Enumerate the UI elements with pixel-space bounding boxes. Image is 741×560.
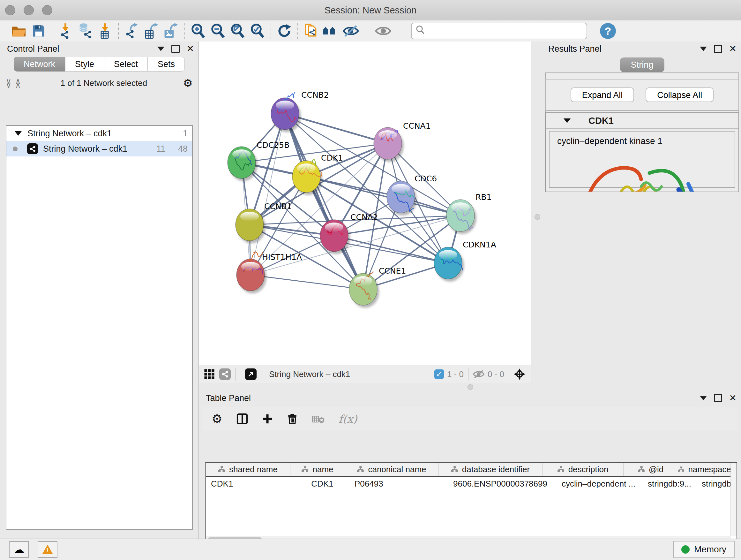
table-cell[interactable]: cyclin–dependent ... xyxy=(556,477,643,491)
birdseye-toggle-icon[interactable] xyxy=(514,368,526,380)
selected-checkbox-icon[interactable]: ✓ xyxy=(434,369,444,379)
grid-view-icon[interactable] xyxy=(204,369,215,380)
gene-name: CDK1 xyxy=(589,116,614,126)
refresh-layout-button[interactable] xyxy=(274,22,294,40)
network-row[interactable]: String Network – cdk1 11 48 xyxy=(6,141,192,157)
panel-menu-icon[interactable] xyxy=(157,47,164,51)
panel-menu-icon[interactable] xyxy=(700,47,707,51)
network-node-count: 11 xyxy=(156,144,165,154)
save-session-button[interactable] xyxy=(29,22,49,40)
export-image-button[interactable] xyxy=(161,22,181,40)
gene-detail-panel: cyclin–dependent kinase 1 xyxy=(549,131,735,188)
table-cell[interactable]: CDK1 xyxy=(206,477,295,491)
column-header[interactable]: namespace xyxy=(678,463,731,476)
tab-select[interactable]: Select xyxy=(104,57,148,71)
show-columns-icon[interactable] xyxy=(237,413,248,425)
show-all-button[interactable] xyxy=(374,22,393,40)
warnings-button[interactable] xyxy=(38,541,57,558)
memory-button[interactable]: Memory xyxy=(673,541,735,558)
collapse-all-networks-icon[interactable]: ∨∨ xyxy=(6,79,11,87)
import-table-button[interactable] xyxy=(95,22,115,40)
tab-network[interactable]: Network xyxy=(14,57,65,71)
network-edge[interactable] xyxy=(285,114,363,289)
network-collection-row[interactable]: String Network – cdk1 1 xyxy=(6,126,192,141)
network-node[interactable]: CCNA1 xyxy=(374,121,431,162)
help-button[interactable]: ? xyxy=(600,23,616,39)
close-panel-icon[interactable]: ✕ xyxy=(187,44,194,53)
network-options-gear-icon[interactable]: ⚙ xyxy=(183,77,193,89)
table-panel: Table Panel ✕ ⚙ f(x) shared namenamecano… xyxy=(199,391,741,539)
network-selection-summary: 1 of 1 Network selected xyxy=(24,78,183,88)
panel-menu-icon[interactable] xyxy=(700,396,707,400)
column-header[interactable]: @id xyxy=(623,463,678,476)
table-row[interactable]: CDK1CDK1P064939606.ENSP00000378699cyclin… xyxy=(206,477,737,491)
results-panel: Results Panel ✕ String Expand All Collap… xyxy=(543,42,741,383)
table-cell[interactable]: stringdb:9... xyxy=(643,477,697,491)
vertical-scrollbar[interactable] xyxy=(731,463,737,537)
results-panel-title: Results Panel xyxy=(548,44,602,54)
expand-all-button[interactable]: Expand All xyxy=(570,87,634,102)
float-panel-icon[interactable] xyxy=(714,394,722,402)
network-node[interactable]: CCNE1 xyxy=(349,266,406,308)
export-table-button[interactable] xyxy=(142,22,161,40)
column-header[interactable]: name xyxy=(290,463,345,476)
first-neighbors-button[interactable] xyxy=(321,22,341,40)
splitter-handle[interactable] xyxy=(535,214,540,220)
zoom-out-button[interactable] xyxy=(208,22,228,40)
open-session-button[interactable] xyxy=(9,22,29,40)
network-node[interactable]: RB1 xyxy=(447,192,491,234)
network-node[interactable]: CDKN1A xyxy=(434,240,496,282)
delete-column-icon[interactable] xyxy=(287,413,298,425)
hidden-eye-icon xyxy=(473,370,484,379)
close-panel-icon[interactable]: ✕ xyxy=(729,44,737,53)
network-node[interactable]: CCNB2 xyxy=(271,90,329,132)
network-edge[interactable] xyxy=(251,275,363,289)
import-network-button[interactable] xyxy=(56,22,75,40)
status-bar: ☁ Memory xyxy=(0,539,741,560)
tab-sets[interactable]: Sets xyxy=(148,57,185,71)
column-header[interactable]: canonical name xyxy=(345,463,439,476)
table-cell[interactable]: CDK1 xyxy=(295,477,349,491)
zoom-fit-button[interactable] xyxy=(228,22,248,40)
window-title: Session: New Session xyxy=(0,0,741,20)
network-node[interactable]: CCNB1 xyxy=(235,202,292,243)
collection-caret-icon[interactable] xyxy=(15,131,22,136)
float-panel-icon[interactable] xyxy=(172,45,180,53)
table-cell[interactable]: 9606.ENSP00000378699 xyxy=(448,477,556,491)
zoom-in-button[interactable] xyxy=(188,22,208,40)
attribute-icon xyxy=(638,466,645,473)
splitter-handle[interactable] xyxy=(468,384,473,390)
cloud-status-button[interactable]: ☁ xyxy=(9,541,29,558)
gene-section-header[interactable]: CDK1 xyxy=(546,113,738,129)
expand-all-networks-icon[interactable]: ∧∧ xyxy=(15,79,20,87)
gene-caret-icon[interactable] xyxy=(563,118,570,123)
network-canvas[interactable]: CCNB2CCNA1CDC25BCDK1CDC6RB1CCNB1CCNA2CDK… xyxy=(199,42,531,365)
export-network-button[interactable] xyxy=(122,22,142,40)
import-network-from-database-button[interactable] xyxy=(75,22,95,40)
column-header[interactable]: shared name xyxy=(206,463,290,476)
vertical-splitter[interactable] xyxy=(531,42,543,383)
search-field-wrap xyxy=(411,23,587,39)
network-node[interactable]: CDC6 xyxy=(387,174,437,215)
network-edge-count: 48 xyxy=(178,144,188,154)
network-edge[interactable] xyxy=(307,177,461,215)
open-in-window-icon[interactable] xyxy=(245,368,257,380)
float-panel-icon[interactable] xyxy=(714,45,722,53)
network-edge[interactable] xyxy=(251,114,285,275)
add-column-icon[interactable] xyxy=(262,414,273,424)
tab-string[interactable]: String xyxy=(620,57,664,72)
table-options-gear-icon[interactable]: ⚙ xyxy=(212,412,222,426)
horizontal-splitter[interactable] xyxy=(199,383,741,391)
column-header[interactable]: database identifier xyxy=(439,463,542,476)
zoom-selected-button[interactable] xyxy=(248,22,267,40)
collapse-all-button[interactable]: Collapse All xyxy=(646,87,714,102)
network-node[interactable]: HIST1H1A xyxy=(237,252,302,294)
tab-style[interactable]: Style xyxy=(65,57,104,71)
table-cell[interactable]: P06493 xyxy=(349,477,448,491)
column-header[interactable]: description xyxy=(542,463,623,476)
search-input[interactable] xyxy=(411,23,587,39)
network-badge-icon[interactable] xyxy=(219,368,231,380)
clone-network-button[interactable] xyxy=(301,22,321,40)
close-panel-icon[interactable]: ✕ xyxy=(729,394,737,402)
hide-selected-button[interactable] xyxy=(341,22,360,40)
